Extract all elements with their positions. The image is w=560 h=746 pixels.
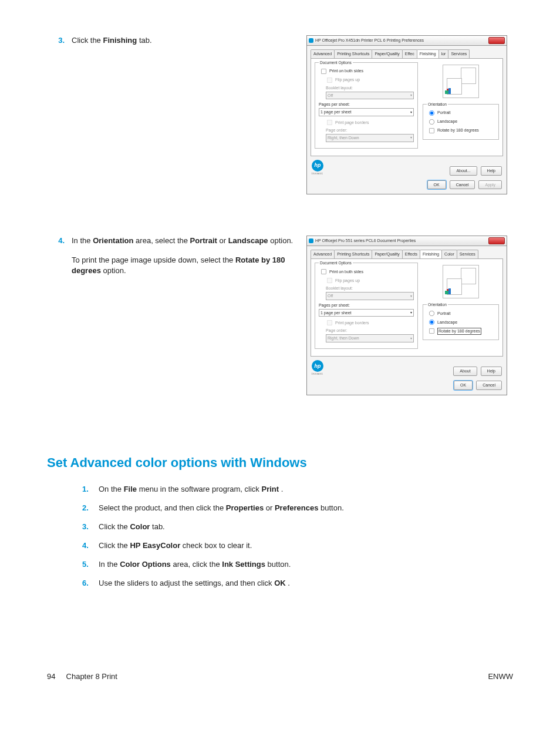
apply-button: Apply — [478, 180, 502, 190]
tab-color[interactable]: Color — [441, 250, 457, 258]
text: . — [281, 485, 284, 493]
page-order-label: Page order: — [326, 127, 414, 133]
page-borders-checkbox: Print page borders — [326, 319, 414, 327]
text-bold: Finishing — [103, 36, 137, 45]
help-button[interactable]: Help — [481, 166, 502, 176]
text: In the — [72, 236, 93, 245]
label: Print page borders — [335, 120, 369, 126]
dialog-finishing-1: HP Officejet Pro X451dn Printer PCL 6 Pr… — [306, 35, 507, 194]
cancel-button[interactable]: Cancel — [450, 180, 475, 190]
tab-finishing[interactable]: Finishing — [417, 49, 439, 58]
value: 1 page per sheet — [321, 310, 352, 316]
step-text: Click the Finishing tab. — [72, 35, 306, 54]
rotate-checkbox[interactable]: Rotate by 180 degrees — [428, 327, 495, 335]
text-bold: Orientation — [93, 236, 133, 245]
text-bold: Properties — [226, 503, 264, 512]
flip-pages-checkbox: Flip pages up — [326, 76, 414, 84]
tab-effects[interactable]: Effec — [402, 49, 417, 58]
page-order-select: Right, then Down▾ — [326, 134, 414, 142]
cancel-button[interactable]: Cancel — [476, 381, 502, 390]
tab-services[interactable]: Services — [457, 250, 478, 258]
chevron-down-icon: ▾ — [410, 310, 412, 315]
footer-right: ENWW — [488, 671, 513, 682]
label: Landscape — [437, 119, 457, 125]
booklet-label: Booklet layout: — [326, 285, 414, 291]
help-button[interactable]: Help — [481, 367, 502, 376]
step-text: Select the product, and then click the P… — [99, 503, 344, 513]
chevron-down-icon: ▾ — [410, 294, 412, 298]
page-order-select: Right, then Down▾ — [326, 334, 414, 342]
step-text: Click the HP EasyColor check box to clea… — [99, 540, 252, 551]
label: Portrait — [437, 110, 451, 116]
chapter-label: Chapter 8 Print — [66, 672, 117, 681]
step-number: 3. — [82, 522, 99, 532]
tab-services[interactable]: Services — [448, 49, 470, 58]
pages-per-sheet-label: Pages per sheet: — [319, 303, 414, 308]
text-bold: Landscape — [228, 236, 268, 245]
text-bold: Print — [261, 485, 279, 493]
portrait-radio[interactable]: Portrait — [428, 109, 495, 117]
text: button. — [321, 503, 344, 512]
text: To print the page image upside down, sel… — [72, 256, 235, 264]
tab-shortcuts[interactable]: Printing Shortcuts — [334, 250, 372, 258]
text: Click the — [72, 36, 103, 45]
text-bold: Portrait — [190, 236, 217, 245]
hp-logo-icon: hp — [312, 360, 323, 372]
step-text: On the File menu in the software program… — [99, 484, 283, 495]
close-icon[interactable] — [488, 37, 505, 44]
label: Rotate by 180 degrees — [437, 328, 481, 335]
text: option. — [270, 236, 293, 245]
portrait-radio[interactable]: Portrait — [428, 310, 495, 317]
window-title: HP Officejet Pro X451dn Printer PCL 6 Pr… — [315, 38, 488, 43]
text: menu in the software program, click — [139, 485, 262, 493]
text: area, click the — [173, 560, 222, 569]
tab-paper[interactable]: Paper/Quality — [372, 250, 402, 258]
tab-effects[interactable]: Effects — [402, 250, 420, 258]
print-both-sides-checkbox[interactable]: Print on both sides — [320, 68, 414, 75]
logo-sub: invent — [312, 372, 323, 376]
tab-finishing[interactable]: Finishing — [420, 250, 442, 258]
step-number: 6. — [82, 578, 99, 589]
window-title: HP Officejet Pro 551 series PCL6 Documen… — [315, 238, 488, 244]
text: or — [219, 236, 228, 245]
booklet-label: Booklet layout: — [326, 85, 414, 91]
text: area, select the — [136, 236, 190, 245]
label: Flip pages up — [335, 278, 360, 284]
text-bold: Color Options — [120, 560, 171, 569]
close-icon[interactable] — [488, 237, 505, 244]
text: . — [288, 579, 290, 587]
tab-shortcuts[interactable]: Printing Shortcuts — [334, 49, 372, 58]
text-bold: Preferences — [275, 503, 318, 512]
value: Off — [328, 293, 333, 299]
print-both-sides-checkbox[interactable]: Print on both sides — [320, 268, 414, 275]
value: Right, then Down — [328, 135, 359, 141]
label: Print page borders — [335, 320, 369, 326]
step-number: 1. — [82, 484, 99, 495]
tab-advanced[interactable]: Advanced — [311, 49, 335, 58]
text: tab. — [139, 36, 152, 45]
group-label: Orientation — [427, 302, 448, 307]
ok-button[interactable]: OK — [454, 381, 473, 390]
step-text: Use the sliders to adjust the settings, … — [99, 578, 290, 589]
section-heading: Set Advanced color options with Windows — [47, 454, 513, 472]
about-button[interactable]: About — [453, 367, 477, 376]
pages-per-sheet-select[interactable]: 1 page per sheet▾ — [319, 108, 414, 116]
pages-per-sheet-select[interactable]: 1 page per sheet▾ — [319, 309, 414, 317]
text-bold: HP EasyColor — [130, 541, 180, 550]
titlebar: HP Officejet Pro X451dn Printer PCL 6 Pr… — [307, 36, 507, 46]
label: Rotate by 180 degrees — [437, 127, 479, 133]
about-button[interactable]: About... — [450, 166, 477, 176]
landscape-radio[interactable]: Landscape — [428, 118, 495, 126]
preview-icon — [443, 65, 479, 98]
tab-paper[interactable]: Paper/Quality — [372, 49, 402, 58]
tab-color[interactable]: lor — [438, 49, 449, 58]
group-label: Orientation — [427, 102, 448, 107]
step-text: Click the Color tab. — [99, 522, 165, 532]
tab-advanced[interactable]: Advanced — [311, 250, 335, 258]
step-number: 3. — [47, 35, 72, 46]
titlebar: HP Officejet Pro 551 series PCL6 Documen… — [307, 236, 507, 246]
rotate-checkbox[interactable]: Rotate by 180 degrees — [428, 127, 495, 135]
ok-button[interactable]: OK — [427, 180, 446, 190]
step-number: 2. — [82, 503, 99, 513]
landscape-radio[interactable]: Landscape — [428, 318, 495, 326]
